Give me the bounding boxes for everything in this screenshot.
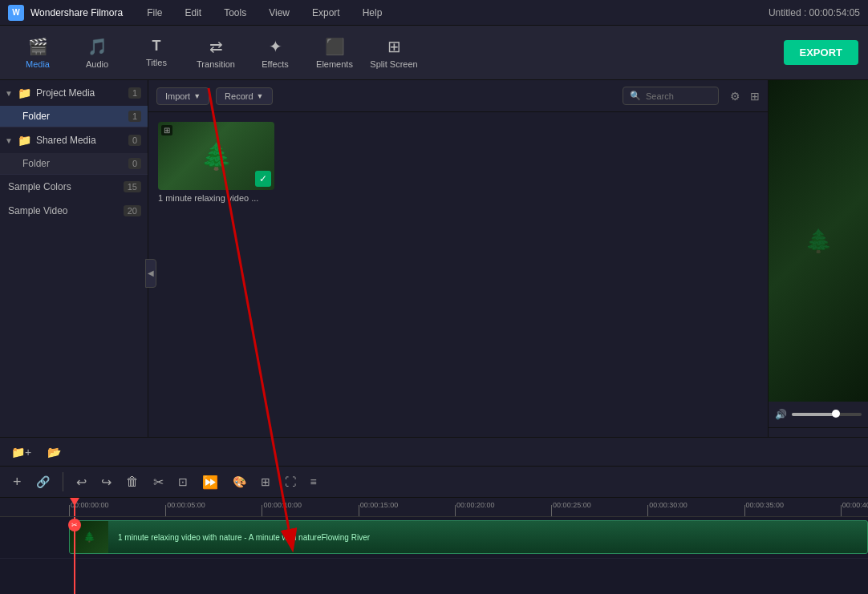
volume-control: 🔊	[769, 402, 868, 427]
import-dropdown-icon: ▼	[193, 92, 201, 100]
sidebar-item-folder[interactable]: Folder 1	[0, 106, 148, 127]
toolbar-splitscreen[interactable]: ⊞ Split Screen	[366, 30, 422, 75]
add-track-button[interactable]: +	[8, 471, 26, 494]
sidebar-header-project-media[interactable]: ▼ 📁 Project Media 1	[0, 80, 148, 106]
clip-thumb-icon: 🌲	[83, 531, 95, 543]
menu-file[interactable]: File	[142, 4, 167, 22]
sidebar: ▼ 📁 Project Media 1 Folder 1 ▼ 📁 Shared …	[0, 80, 148, 466]
clip-label: 1 minute relaxing video with nature - A …	[118, 533, 370, 542]
speed-button[interactable]: ⏩	[197, 471, 223, 493]
titlebar-left: W Wondershare Filmora File Edit Tools Vi…	[8, 4, 387, 22]
search-icon: 🔍	[630, 91, 641, 101]
import-label: Import	[165, 91, 190, 101]
menu-bar: File Edit Tools View Export Help	[142, 4, 387, 22]
color-button[interactable]: 🎨	[228, 472, 251, 491]
toolbar-elements[interactable]: ⬛ Elements	[306, 30, 363, 75]
toolbar-effects-label: Effects	[262, 59, 288, 69]
ruler-playhead	[74, 498, 75, 516]
cut-button[interactable]: ✂	[148, 471, 168, 493]
ruler-marks: 00:00:00:0000:00:05:0000:00:10:0000:00:1…	[0, 498, 868, 516]
sidebar-open-folder-btn[interactable]: 📂	[43, 442, 66, 462]
record-button[interactable]: Record ▼	[216, 87, 272, 105]
volume-thumb	[832, 410, 840, 418]
sidebar-item-sample-colors[interactable]: Sample Colors 15	[0, 175, 148, 199]
media-icon: 🎬	[28, 37, 48, 56]
media-panel: Import ▼ Record ▼ 🔍 ⚙ ⊞ 🌲 ⊞ ✓	[148, 80, 768, 466]
sample-video-count: 20	[124, 205, 141, 216]
app-name: Wondershare Filmora	[30, 7, 123, 18]
chevron-down-icon: ▼	[5, 89, 13, 98]
folder-icon2: 📁	[18, 134, 31, 147]
redo-button[interactable]: ↪	[96, 471, 116, 493]
sample-colors-count: 15	[124, 181, 141, 192]
timeline-playhead: ✂	[74, 517, 75, 594]
sidebar-folder2-label: Folder	[22, 158, 50, 169]
sidebar-folder-count: 1	[128, 111, 141, 122]
sample-video-label: Sample Video	[8, 205, 68, 216]
media-thumbnail: 🌲 ⊞ ✓	[158, 122, 274, 190]
toolbar-effects[interactable]: ✦ Effects	[247, 30, 303, 75]
timeline-clip[interactable]: 🌲 1 minute relaxing video with nature - …	[69, 520, 868, 554]
audio-settings-button[interactable]: ≡	[306, 472, 322, 491]
collapse-icon: ◀	[148, 269, 154, 277]
sidebar-header-shared-media[interactable]: ▼ 📁 Shared Media 0	[0, 127, 148, 153]
search-bar: 🔍	[623, 87, 719, 105]
link-button[interactable]: 🔗	[31, 472, 55, 491]
sidebar-item-folder2[interactable]: Folder 0	[0, 153, 148, 174]
sidebar-project-media-label: Project Media	[36, 87, 95, 99]
fullscreen-button[interactable]: ⛶	[280, 472, 301, 491]
titlebar: W Wondershare Filmora File Edit Tools Vi…	[0, 0, 868, 26]
toolbar-titles[interactable]: T Titles	[128, 30, 185, 75]
toolbar-audio[interactable]: 🎵 Audio	[69, 30, 125, 75]
transform-button[interactable]: ⊞	[256, 472, 275, 491]
undo-button[interactable]: ↩	[71, 471, 91, 493]
timeline-ruler: 00:00:00:0000:00:05:0000:00:10:0000:00:1…	[0, 498, 868, 517]
titles-icon: T	[152, 38, 161, 55]
preview-placeholder: 🌲	[805, 228, 833, 254]
app-logo: W	[8, 5, 24, 21]
grid-view-icon[interactable]: ⊞	[750, 90, 760, 103]
media-item-label: 1 minute relaxing video ...	[158, 193, 274, 203]
sidebar-shared-media-count: 0	[128, 135, 141, 146]
sidebar-add-folder-btn[interactable]: 📁+	[6, 442, 36, 462]
menu-edit[interactable]: Edit	[180, 4, 207, 22]
crop-button[interactable]: ⊡	[173, 472, 193, 491]
sidebar-folder2-count: 0	[128, 158, 141, 169]
toolbar-titles-label: Titles	[146, 58, 167, 67]
splitscreen-icon: ⊞	[387, 37, 401, 56]
sidebar-collapse-button[interactable]: ◀	[145, 259, 156, 288]
import-button[interactable]: Import ▼	[156, 87, 209, 105]
playhead-arrow	[70, 498, 79, 506]
search-input[interactable]	[646, 91, 710, 101]
toolbar-separator	[63, 472, 63, 491]
preview-video: 🌲	[769, 80, 868, 402]
toolbar-audio-label: Audio	[86, 59, 108, 69]
timeline: 00:00:00:0000:00:05:0000:00:10:0000:00:1…	[0, 498, 868, 594]
record-dropdown-icon: ▼	[257, 92, 264, 100]
folder-icon: 📁	[18, 87, 31, 99]
sidebar-item-sample-video[interactable]: Sample Video 20	[0, 199, 148, 223]
menu-view[interactable]: View	[264, 4, 294, 22]
thumb-check-icon: ✓	[255, 171, 271, 187]
menu-tools[interactable]: Tools	[219, 4, 251, 22]
nature-icon: 🌲	[201, 141, 233, 172]
export-button[interactable]: EXPORT	[784, 40, 858, 65]
chevron-down-icon2: ▼	[5, 136, 13, 145]
toolbar-media-label: Media	[26, 59, 50, 69]
volume-fill	[792, 413, 834, 416]
filter-icon[interactable]: ⚙	[730, 90, 740, 103]
toolbar-transition[interactable]: ⇄ Transition	[188, 30, 244, 75]
track-row-video: 🌲 1 minute relaxing video with nature - …	[0, 517, 868, 559]
toolbar-media[interactable]: 🎬 Media	[10, 30, 66, 75]
delete-button[interactable]: 🗑	[121, 471, 144, 492]
sample-colors-label: Sample Colors	[8, 181, 71, 192]
volume-track[interactable]	[792, 413, 862, 416]
menu-help[interactable]: Help	[358, 4, 387, 22]
effects-icon: ✦	[269, 37, 282, 56]
volume-icon: 🔊	[775, 409, 787, 420]
sidebar-folder-label: Folder	[22, 111, 50, 122]
media-item[interactable]: 🌲 ⊞ ✓ 1 minute relaxing video ...	[158, 122, 274, 203]
toolbar-splitscreen-label: Split Screen	[370, 59, 417, 69]
menu-export[interactable]: Export	[307, 4, 345, 22]
playhead-scissors-icon: ✂	[68, 519, 81, 531]
